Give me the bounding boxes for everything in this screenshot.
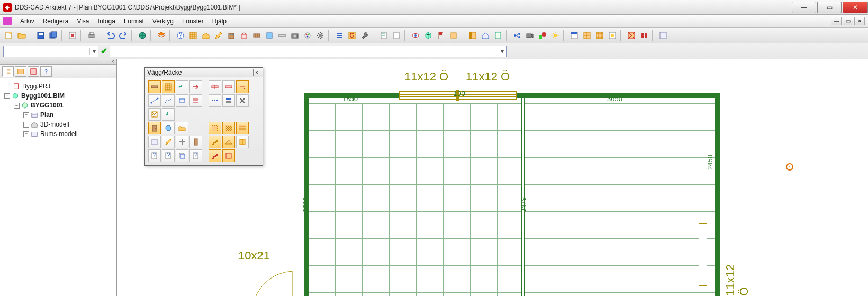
pal-wall-icon[interactable] bbox=[148, 80, 161, 93]
tree-expand-icon[interactable]: + bbox=[23, 131, 29, 137]
mdi-restore[interactable]: ▭ bbox=[843, 17, 853, 25]
tool-3d-icon[interactable] bbox=[422, 30, 434, 41]
pal-q1-icon[interactable]: ? bbox=[148, 149, 161, 162]
pal-stair-icon[interactable] bbox=[209, 136, 221, 148]
tree-node-prj[interactable]: Bygg.PRJ bbox=[2, 82, 114, 91]
pal-r1-icon[interactable] bbox=[209, 149, 221, 162]
pal-arrow-icon[interactable] bbox=[189, 80, 202, 93]
pal-roof-icon[interactable] bbox=[222, 136, 235, 148]
pal-edit-icon[interactable] bbox=[162, 136, 175, 148]
pal-r2-icon[interactable] bbox=[222, 149, 235, 162]
tool-sheet-icon[interactable] bbox=[378, 30, 390, 41]
tool-g-icon[interactable]: G bbox=[346, 30, 358, 41]
tool-pencil-icon[interactable] bbox=[213, 30, 224, 41]
pal-q2-icon[interactable]: ? bbox=[162, 149, 175, 162]
menu-verktyg[interactable]: Verktyg bbox=[148, 17, 178, 25]
tool-win1-icon[interactable] bbox=[568, 30, 580, 41]
pal-trim-icon[interactable] bbox=[236, 80, 249, 93]
menu-hjalp[interactable]: Hjälp bbox=[208, 17, 231, 25]
pal-join-icon[interactable] bbox=[222, 80, 235, 93]
pal-q3-icon[interactable]: ? bbox=[189, 149, 202, 162]
palette-close-icon[interactable]: × bbox=[253, 69, 260, 76]
tool-layers-icon[interactable] bbox=[156, 30, 167, 41]
pal-hatch-icon[interactable] bbox=[148, 108, 161, 121]
pal-layer-icon[interactable] bbox=[222, 94, 235, 107]
tool-measure-icon[interactable] bbox=[276, 30, 288, 41]
tree-collapse-icon[interactable]: − bbox=[14, 103, 20, 109]
tool-building-icon[interactable] bbox=[225, 30, 237, 41]
tree-expand-icon[interactable]: + bbox=[23, 122, 29, 128]
tool-blank-icon[interactable] bbox=[391, 30, 402, 41]
pal-tex2-icon[interactable] bbox=[222, 122, 235, 134]
pal-snap2-icon[interactable] bbox=[162, 108, 175, 121]
pal-detail-icon[interactable] bbox=[148, 136, 161, 148]
tool-home-icon[interactable] bbox=[480, 30, 491, 41]
pal-tex3-icon[interactable] bbox=[236, 122, 249, 134]
tool-panel1-icon[interactable] bbox=[467, 30, 478, 41]
tool-node-icon[interactable] bbox=[511, 30, 523, 41]
tool-globe-icon[interactable] bbox=[137, 30, 148, 41]
palette-titlebar[interactable]: Vägg/Räcke × bbox=[145, 68, 263, 77]
menu-visa[interactable]: Visa bbox=[73, 17, 93, 25]
tool-save-icon[interactable] bbox=[35, 30, 47, 41]
confirm-check-icon[interactable]: ✔ bbox=[101, 46, 107, 56]
tool-print-icon[interactable] bbox=[86, 30, 97, 41]
pal-tex1-icon[interactable] bbox=[209, 122, 221, 134]
tool-doc-icon[interactable] bbox=[492, 30, 504, 41]
tree-node-3d[interactable]: + 3D-modell bbox=[2, 120, 114, 129]
sidebar-tab-props[interactable] bbox=[28, 66, 39, 77]
sidebar-close-icon[interactable]: × bbox=[111, 59, 114, 65]
pal-cross-icon[interactable] bbox=[176, 136, 188, 148]
tree-node-bim[interactable]: − Bygg1001.BIM bbox=[2, 91, 114, 101]
menu-arkiv[interactable]: Arkiv bbox=[16, 17, 39, 25]
pal-book-icon[interactable] bbox=[236, 136, 249, 148]
mdi-minimize[interactable]: — bbox=[831, 17, 842, 25]
tool-flag-icon[interactable] bbox=[435, 30, 447, 41]
tool-saveall-icon[interactable] bbox=[48, 30, 59, 41]
pal-grid-icon[interactable] bbox=[162, 80, 175, 93]
tool-wall-icon[interactable] bbox=[251, 30, 263, 41]
menu-format[interactable]: Format bbox=[120, 17, 148, 25]
pal-dash-icon[interactable] bbox=[209, 94, 221, 107]
menu-redigera[interactable]: Redigera bbox=[39, 17, 73, 25]
tool-redo-icon[interactable] bbox=[117, 30, 129, 41]
chevron-down-icon[interactable]: ▾ bbox=[89, 48, 98, 55]
tool-help-icon[interactable]: ? bbox=[175, 30, 186, 41]
tree-node-rums[interactable]: + Rums-modell bbox=[2, 129, 114, 139]
pal-x-icon[interactable] bbox=[236, 94, 249, 107]
sidebar-tab-tree[interactable] bbox=[2, 66, 14, 77]
tool-align-icon[interactable] bbox=[638, 30, 650, 41]
input-combo[interactable]: ▾ bbox=[110, 46, 507, 57]
tool-grid-icon[interactable] bbox=[187, 30, 199, 41]
tool-color-icon[interactable] bbox=[302, 30, 313, 41]
tool-house-icon[interactable] bbox=[200, 30, 212, 41]
maximize-button[interactable]: ▭ bbox=[817, 2, 842, 13]
pal-poly-icon[interactable] bbox=[162, 94, 175, 107]
sidebar-tab-layers[interactable] bbox=[15, 66, 26, 77]
minimize-button[interactable]: — bbox=[792, 2, 816, 13]
pal-col-icon[interactable] bbox=[189, 136, 202, 148]
tree-node-plan[interactable]: + Plan bbox=[2, 110, 114, 120]
tool-new-icon[interactable] bbox=[3, 30, 15, 41]
tool-cam2-icon[interactable] bbox=[524, 30, 536, 41]
tree-node-bygg1001[interactable]: − BYGG1001 bbox=[2, 101, 114, 110]
tool-undo-icon[interactable] bbox=[105, 30, 116, 41]
tool-dim-icon[interactable] bbox=[448, 30, 459, 41]
tool-wrench-icon[interactable] bbox=[359, 30, 370, 41]
pal-split-icon[interactable] bbox=[209, 80, 221, 93]
menu-infoga[interactable]: Infoga bbox=[94, 17, 120, 25]
tree-collapse-icon[interactable]: − bbox=[4, 93, 10, 99]
menu-fonster[interactable]: Fönster bbox=[178, 17, 208, 25]
pal-door-icon[interactable] bbox=[148, 122, 161, 134]
tool-close-icon[interactable] bbox=[67, 30, 78, 41]
close-button[interactable]: ✕ bbox=[843, 2, 868, 13]
pal-line1-icon[interactable] bbox=[148, 94, 161, 107]
command-combo[interactable]: ▾ bbox=[3, 46, 98, 57]
tool-list-icon[interactable] bbox=[333, 30, 345, 41]
tool-gear-icon[interactable] bbox=[314, 30, 326, 41]
pal-folder-icon[interactable] bbox=[176, 122, 188, 134]
tool-open-icon[interactable] bbox=[16, 30, 28, 41]
tool-house2-icon[interactable] bbox=[238, 30, 250, 41]
tool-snap-icon[interactable] bbox=[626, 30, 637, 41]
tool-camera-icon[interactable] bbox=[289, 30, 301, 41]
